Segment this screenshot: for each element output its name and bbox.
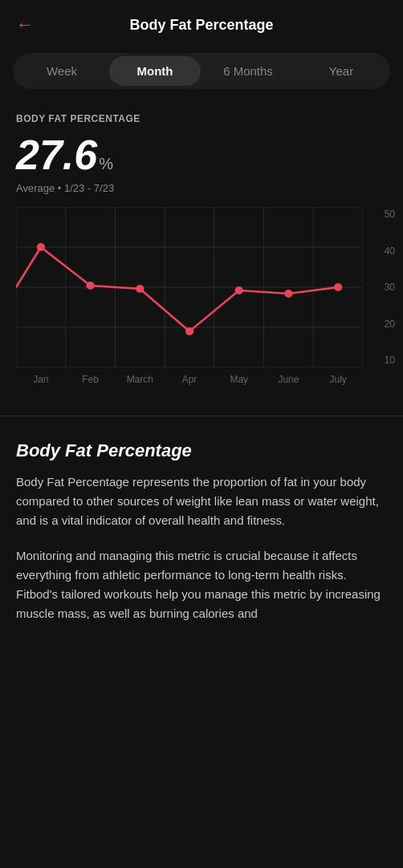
tab-year[interactable]: Year (295, 56, 387, 86)
x-label-june: June (264, 374, 314, 385)
svg-point-18 (235, 286, 243, 294)
tabs-container: Week Month 6 Months Year (13, 53, 390, 89)
svg-point-17 (185, 327, 193, 335)
y-label-40: 40 (366, 245, 395, 257)
metric-value-row: 27.6 % (16, 131, 387, 179)
header: ← Body Fat Percentage (0, 0, 403, 47)
tab-month[interactable]: Month (109, 56, 201, 86)
info-title: Body Fat Percentage (16, 440, 387, 461)
back-button[interactable]: ← (16, 16, 34, 34)
x-label-jan: Jan (16, 374, 66, 385)
svg-point-19 (284, 290, 292, 298)
range-value: 1/23 - 7/23 (64, 182, 114, 194)
page-title: Body Fat Percentage (43, 17, 360, 34)
range-prefix: Average • (16, 182, 64, 194)
y-label-10: 10 (366, 355, 395, 366)
x-label-may: May (214, 374, 264, 385)
svg-point-16 (136, 285, 144, 293)
stats-section: BODY FAT PERCENTAGE 27.6 % Average • 1/2… (0, 105, 403, 194)
divider (0, 416, 403, 416)
chart-area: 50 40 30 20 10 (16, 207, 395, 367)
y-label-30: 30 (366, 282, 395, 293)
y-label-20: 20 (366, 318, 395, 330)
x-label-march: March (115, 374, 165, 385)
chart-x-labels: Jan Feb March Apr May June July (16, 367, 395, 385)
tab-week[interactable]: Week (16, 56, 108, 86)
x-label-feb: Feb (66, 374, 116, 385)
metric-unit: % (99, 155, 113, 173)
metric-label: BODY FAT PERCENTAGE (16, 113, 387, 124)
metric-range: Average • 1/23 - 7/23 (16, 182, 387, 194)
info-section: Body Fat Percentage Body Fat Percentage … (0, 432, 403, 659)
info-paragraph-2: Monitoring and managing this metric is c… (16, 546, 387, 623)
x-label-apr: Apr (165, 374, 214, 385)
chart-svg (16, 207, 363, 367)
tab-6months[interactable]: 6 Months (202, 56, 294, 86)
info-paragraph-1: Body Fat Percentage represents the propo… (16, 473, 387, 530)
svg-point-20 (334, 283, 342, 291)
chart-y-labels: 50 40 30 20 10 (366, 207, 395, 367)
metric-number: 27.6 (16, 131, 97, 179)
svg-point-14 (37, 243, 45, 251)
y-label-50: 50 (366, 209, 395, 220)
x-label-july: July (313, 374, 363, 385)
svg-point-15 (86, 282, 94, 290)
chart-container: 50 40 30 20 10 Jan Feb March Apr May Jun… (0, 207, 403, 400)
